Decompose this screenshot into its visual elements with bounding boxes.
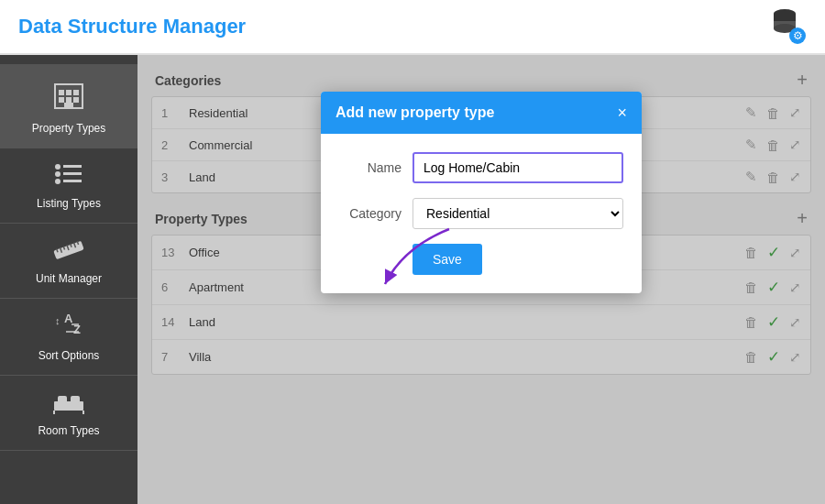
svg-text:A: A	[64, 312, 73, 325]
svg-text:⚙: ⚙	[793, 29, 803, 42]
list-icon	[54, 161, 83, 192]
sidebar-item-sort-options[interactable]: ↕ A Z Sort Options	[0, 299, 138, 376]
name-label: Name	[339, 160, 412, 175]
svg-rect-10	[73, 90, 79, 95]
svg-rect-20	[63, 180, 82, 182]
svg-rect-18	[63, 172, 82, 175]
svg-rect-14	[64, 103, 73, 108]
modal-body: Name Category Residential Commercial Lan…	[321, 134, 642, 293]
modal-title: Add new property type	[336, 104, 494, 121]
svg-rect-8	[59, 90, 64, 95]
category-label: Category	[339, 206, 412, 221]
app-header: Data Structure Manager ⚙	[0, 0, 825, 55]
svg-text:↕: ↕	[55, 315, 60, 326]
sidebar-item-room-types[interactable]: Room Types	[0, 376, 138, 451]
sidebar-item-property-types[interactable]: Property Types	[0, 64, 138, 148]
svg-rect-12	[66, 97, 72, 103]
save-button[interactable]: Save	[412, 244, 482, 275]
svg-rect-16	[63, 165, 82, 168]
category-select[interactable]: Residential Commercial Land	[412, 198, 623, 229]
sidebar-item-listing-types-label: Listing Types	[37, 197, 101, 210]
svg-point-15	[55, 164, 60, 170]
main-layout: Property Types Listing Types	[0, 55, 825, 504]
sort-icon: ↕ A Z	[53, 312, 84, 344]
svg-rect-36	[71, 396, 80, 403]
sidebar: Property Types Listing Types	[0, 55, 138, 504]
database-settings-icon[interactable]: ⚙	[766, 5, 807, 49]
sidebar-item-property-types-label: Property Types	[32, 122, 105, 135]
name-input[interactable]	[412, 152, 623, 183]
svg-point-17	[55, 171, 60, 177]
content-area: Categories + 1 Residential ✎ 🗑 ⤢ 2 Comme…	[138, 55, 825, 504]
svg-rect-11	[59, 97, 64, 103]
room-icon	[52, 389, 85, 419]
sidebar-item-room-types-label: Room Types	[38, 424, 99, 437]
add-property-type-modal: Add new property type × Name Category Re…	[321, 92, 642, 293]
ruler-icon	[52, 236, 85, 267]
modal-header: Add new property type ×	[321, 92, 642, 134]
svg-rect-35	[58, 396, 67, 403]
modal-overlay: Add new property type × Name Category Re…	[138, 55, 825, 504]
app-title: Data Structure Manager	[18, 15, 246, 38]
sidebar-item-sort-options-label: Sort Options	[38, 349, 100, 362]
category-field-row: Category Residential Commercial Land	[339, 198, 623, 229]
sidebar-item-unit-manager[interactable]: Unit Manager	[0, 224, 138, 299]
building-icon	[51, 77, 86, 116]
sidebar-item-listing-types[interactable]: Listing Types	[0, 148, 138, 224]
modal-close-button[interactable]: ×	[617, 104, 627, 121]
svg-rect-9	[66, 90, 72, 95]
svg-rect-13	[73, 97, 79, 103]
sidebar-item-unit-manager-label: Unit Manager	[36, 272, 102, 285]
name-field-row: Name	[339, 152, 623, 183]
svg-point-19	[55, 179, 60, 184]
